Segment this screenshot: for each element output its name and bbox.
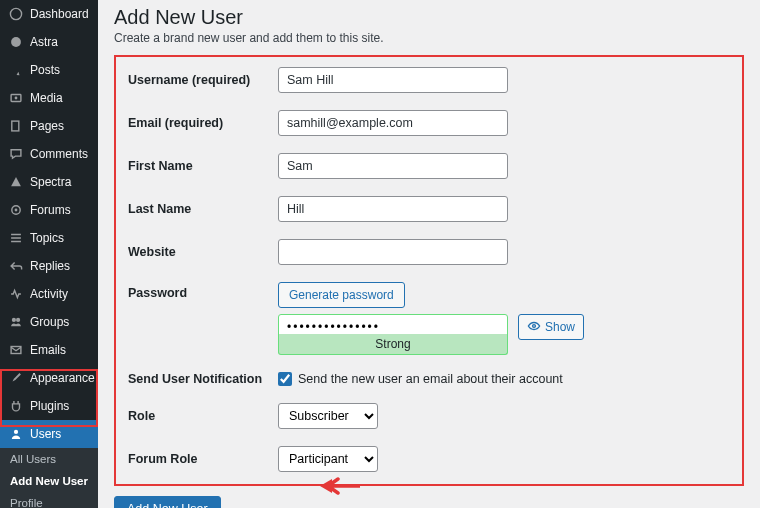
sidebar-item-posts[interactable]: Posts [0, 56, 98, 84]
topics-icon [8, 230, 24, 246]
sidebar-label: Pages [30, 119, 64, 133]
sidebar-label: Topics [30, 231, 64, 245]
page-subtitle: Create a brand new user and add them to … [114, 31, 744, 45]
admin-sidebar: Dashboard Astra Posts Media Pages Commen… [0, 0, 98, 508]
notify-label: Send User Notification [128, 372, 278, 386]
svg-point-11 [14, 430, 18, 434]
sidebar-label: Comments [30, 147, 88, 161]
sidebar-label: Posts [30, 63, 60, 77]
email-label: Email (required) [128, 116, 278, 130]
plugin-icon [8, 398, 24, 414]
svg-point-1 [11, 37, 21, 47]
show-label: Show [545, 320, 575, 334]
comment-icon [8, 146, 24, 162]
firstname-label: First Name [128, 159, 278, 173]
replies-icon [8, 258, 24, 274]
sidebar-label: Astra [30, 35, 58, 49]
eye-icon [527, 319, 541, 336]
sidebar-label: Activity [30, 287, 68, 301]
lastname-label: Last Name [128, 202, 278, 216]
sidebar-item-astra[interactable]: Astra [0, 28, 98, 56]
svg-point-12 [533, 324, 536, 327]
svg-point-8 [12, 318, 16, 322]
sidebar-label: Media [30, 91, 63, 105]
show-password-button[interactable]: Show [518, 314, 584, 340]
forum-role-label: Forum Role [128, 452, 278, 466]
svg-marker-13 [320, 479, 332, 493]
notify-text: Send the new user an email about their a… [298, 372, 563, 386]
sidebar-label: Groups [30, 315, 69, 329]
sidebar-item-activity[interactable]: Activity [0, 280, 98, 308]
spectra-icon [8, 174, 24, 190]
lastname-input[interactable] [278, 196, 508, 222]
sidebar-item-spectra[interactable]: Spectra [0, 168, 98, 196]
sidebar-item-appearance[interactable]: Appearance [0, 364, 98, 392]
sidebar-item-groups[interactable]: Groups [0, 308, 98, 336]
sidebar-submenu: All Users Add New User Profile Manage Si… [0, 448, 98, 508]
astra-icon [8, 34, 24, 50]
activity-icon [8, 286, 24, 302]
sidebar-label: Appearance [30, 371, 95, 385]
notify-checkbox[interactable] [278, 372, 292, 386]
sidebar-label: Replies [30, 259, 70, 273]
username-label: Username (required) [128, 73, 278, 87]
role-label: Role [128, 409, 278, 423]
firstname-input[interactable] [278, 153, 508, 179]
sidebar-label: Spectra [30, 175, 71, 189]
sidebar-item-dashboard[interactable]: Dashboard [0, 0, 98, 28]
sidebar-label: Forums [30, 203, 71, 217]
svg-rect-4 [12, 121, 19, 131]
groups-icon [8, 314, 24, 330]
page-title: Add New User [114, 0, 744, 31]
sidebar-label: Plugins [30, 399, 69, 413]
sidebar-item-forums[interactable]: Forums [0, 196, 98, 224]
media-icon [8, 90, 24, 106]
sidebar-label: Dashboard [30, 7, 89, 21]
sidebar-item-users[interactable]: Users [0, 420, 98, 448]
website-label: Website [128, 245, 278, 259]
username-input[interactable] [278, 67, 508, 93]
form-highlight-box: Username (required) Email (required) Fir… [114, 55, 744, 486]
website-input[interactable] [278, 239, 508, 265]
sub-all-users[interactable]: All Users [0, 448, 98, 470]
sidebar-item-comments[interactable]: Comments [0, 140, 98, 168]
svg-point-3 [15, 97, 18, 100]
email-input[interactable] [278, 110, 508, 136]
sub-add-new-user[interactable]: Add New User [0, 470, 98, 492]
add-new-user-button[interactable]: Add New User [114, 496, 221, 508]
sub-profile[interactable]: Profile [0, 492, 98, 508]
generate-password-button[interactable]: Generate password [278, 282, 405, 308]
page-icon [8, 118, 24, 134]
sidebar-label: Emails [30, 343, 66, 357]
svg-point-9 [16, 318, 20, 322]
sidebar-item-plugins[interactable]: Plugins [0, 392, 98, 420]
sidebar-item-topics[interactable]: Topics [0, 224, 98, 252]
password-label: Password [128, 282, 278, 300]
email-icon [8, 342, 24, 358]
brush-icon [8, 370, 24, 386]
forums-icon [8, 202, 24, 218]
user-icon [8, 426, 24, 442]
sidebar-item-emails[interactable]: Emails [0, 336, 98, 364]
dashboard-icon [8, 6, 24, 22]
forum-role-select[interactable]: Participant [278, 446, 378, 472]
sidebar-label: Users [30, 427, 61, 441]
main-content: Add New User Create a brand new user and… [98, 0, 760, 508]
svg-point-7 [15, 209, 18, 212]
sidebar-item-media[interactable]: Media [0, 84, 98, 112]
sidebar-item-replies[interactable]: Replies [0, 252, 98, 280]
pin-icon [8, 62, 24, 78]
password-strength: Strong [278, 334, 508, 355]
sidebar-item-pages[interactable]: Pages [0, 112, 98, 140]
svg-marker-5 [11, 177, 21, 186]
role-select[interactable]: Subscriber [278, 403, 378, 429]
annotation-arrow [318, 475, 360, 497]
